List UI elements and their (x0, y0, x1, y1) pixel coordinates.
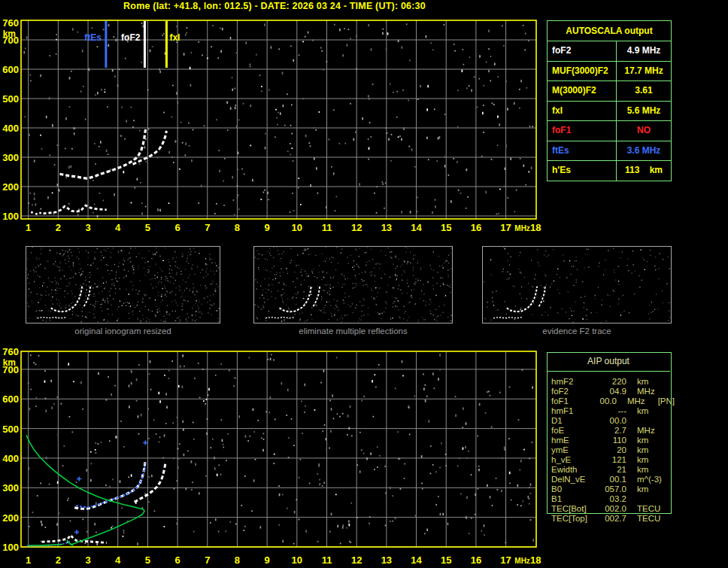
aip-unit (626, 494, 667, 504)
svg-text:4: 4 (115, 222, 121, 233)
param-label: M(3000)F2 (548, 81, 617, 101)
svg-text:500: 500 (2, 93, 19, 105)
aip-value: 002.7 (596, 514, 626, 524)
bottom-ionogram-chart: 123456789101112131415161718MHz7607006005… (0, 342, 541, 568)
aip-extra (667, 504, 672, 514)
svg-text:15: 15 (441, 554, 451, 566)
svg-text:13: 13 (381, 554, 392, 566)
table-row: foE2.7MHz (547, 426, 675, 436)
aip-value: 2.7 (596, 426, 626, 436)
autoscala-table-header: AUTOSCALA output (548, 21, 671, 41)
aip-label: TEC[Top] (547, 514, 596, 524)
aip-label: hmE (547, 436, 596, 445)
aip-unit: TECU (626, 504, 667, 514)
table-row: ftEs3.6 MHz (548, 141, 671, 161)
aip-extra (667, 416, 672, 426)
table-row: TEC[Bot]002.0TECU (547, 504, 675, 514)
aip-value: 03.2 (596, 494, 626, 504)
aip-unit: km (626, 445, 667, 455)
param-value: 5.6 MHz (617, 102, 671, 121)
svg-text:760: 760 (2, 17, 19, 29)
svg-text:2: 2 (56, 554, 61, 566)
svg-text:6: 6 (174, 222, 180, 233)
table-row: h'Es113 km (548, 160, 671, 181)
aip-unit: km (626, 377, 667, 387)
top-ionogram-chart: ftEsfoF2fxI123456789101112131415161718MH… (0, 12, 541, 238)
aip-unit: MHz (626, 426, 667, 436)
svg-text:12: 12 (351, 554, 362, 566)
aip-value: 002.0 (596, 504, 626, 514)
aip-value: 220 (596, 377, 626, 387)
aip-value: 00.0 (590, 396, 617, 406)
svg-text:15: 15 (441, 222, 451, 233)
svg-text:fxI: fxI (169, 32, 180, 43)
aip-extra (667, 377, 672, 387)
svg-text:200: 200 (2, 512, 19, 524)
svg-text:6: 6 (174, 554, 180, 566)
table-row: h_vE121km (547, 455, 675, 465)
svg-text:13: 13 (381, 222, 392, 233)
aip-value: 20 (596, 445, 626, 455)
aip-label: foE (547, 426, 596, 436)
table-row: hmF1---km (547, 406, 675, 416)
aip-label: D1 (547, 416, 596, 426)
svg-text:12: 12 (351, 222, 362, 233)
table-row: B0057.0km (547, 484, 675, 494)
table-row: B103.2 (547, 494, 675, 504)
aip-extra (667, 494, 672, 504)
svg-text:7: 7 (205, 222, 210, 233)
aip-unit: km (626, 455, 667, 465)
svg-text:5: 5 (145, 222, 150, 233)
svg-text:11: 11 (322, 554, 332, 566)
aip-label: foF2 (547, 387, 596, 396)
param-value: NO (617, 121, 671, 141)
aip-unit: km (626, 406, 667, 416)
param-label: h'Es (548, 161, 617, 181)
svg-text:9: 9 (265, 222, 270, 233)
table-row: ymE20km (547, 445, 675, 455)
svg-text:100: 100 (2, 542, 19, 553)
param-value: 113 km (617, 161, 671, 181)
aip-label: hmF2 (547, 377, 596, 387)
autoscala-output-table: AUTOSCALA output foF24.9 MHzMUF(3000)F21… (547, 20, 672, 181)
svg-text:17: 17 (500, 554, 511, 566)
param-label: MUF(3000)F2 (548, 62, 617, 81)
svg-text:4: 4 (115, 554, 121, 566)
param-value: 3.6 MHz (617, 141, 671, 161)
aip-table-body: hmF2220kmfoF204.9MHzfoF100.0MHz[PN]hmF1-… (547, 377, 675, 524)
station-date-time-title: Rome (lat: +41.8, lon: 012.5) - DATE: 20… (0, 1, 549, 11)
svg-text:100: 100 (2, 211, 19, 222)
svg-text:18: 18 (530, 554, 541, 566)
svg-text:200: 200 (2, 181, 19, 193)
aip-extra (667, 455, 672, 465)
svg-text:1: 1 (26, 554, 31, 566)
aip-label: DelN_vE (547, 475, 596, 484)
svg-text:3: 3 (85, 554, 90, 566)
svg-text:11: 11 (322, 222, 332, 233)
aip-unit: m^(-3) (626, 475, 667, 484)
aip-unit (626, 416, 667, 426)
svg-text:14: 14 (411, 222, 422, 233)
svg-text:17: 17 (500, 222, 511, 233)
table-row: D100.0 (547, 416, 675, 426)
svg-text:1: 1 (26, 222, 31, 233)
aip-extra (667, 484, 672, 494)
panel-eliminate-reflections (253, 246, 453, 323)
svg-text:3: 3 (85, 222, 90, 233)
table-row: foF24.9 MHz (548, 41, 671, 61)
table-row: TEC[Top]002.7TECU (547, 514, 675, 524)
aip-extra (667, 426, 672, 436)
aip-extra: [PN] (654, 396, 675, 406)
aip-unit: MHz (617, 396, 654, 406)
aip-extra (667, 445, 672, 455)
table-row: fxI5.6 MHz (548, 101, 671, 121)
table-row: foF100.0MHz[PN] (547, 396, 675, 406)
table-row: M(3000)F23.61 (548, 80, 671, 101)
svg-text:18: 18 (530, 222, 541, 233)
aip-label: B1 (547, 494, 596, 504)
table-row: foF204.9MHz (547, 387, 675, 396)
aip-value: 110 (596, 436, 626, 445)
table-row: DelN_vE00.1m^(-3) (547, 475, 675, 484)
aip-extra (667, 387, 672, 396)
svg-text:8: 8 (235, 554, 240, 566)
